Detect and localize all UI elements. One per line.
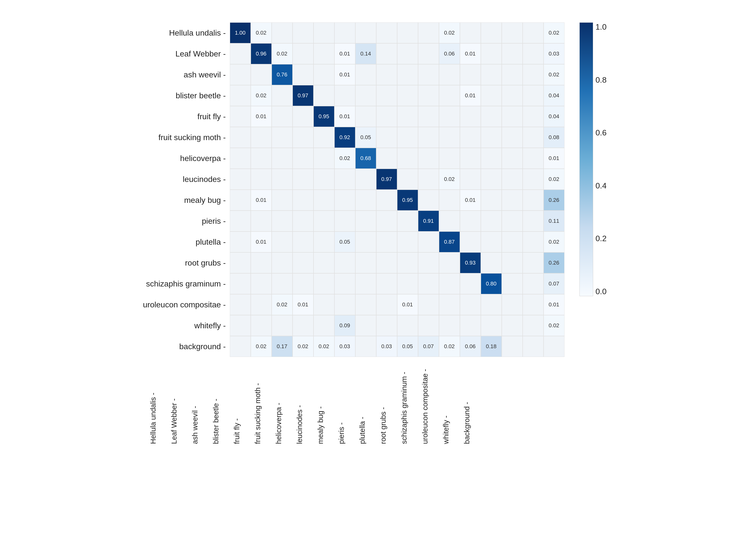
cell-13-6: [355, 294, 376, 315]
x-label-4: fruit fly -: [227, 358, 248, 444]
cell-15-1: 0.02: [251, 336, 272, 357]
cell-5-3: [292, 127, 313, 148]
cell-2-8: [397, 64, 418, 85]
x-label-14: whitefly -: [436, 358, 457, 444]
cell-13-9: [418, 294, 439, 315]
cell-10-11: [460, 232, 481, 252]
cell-13-14: [523, 294, 544, 315]
cell-11-9: [418, 252, 439, 273]
cell-1-13: [502, 43, 523, 64]
colorbar-with-labels: 1.00.80.60.40.20.0: [579, 22, 607, 296]
cell-6-3: [292, 148, 313, 169]
cell-1-10: 0.06: [439, 43, 460, 64]
cell-7-5: [334, 169, 355, 190]
x-label-text-10: plutella -: [358, 359, 366, 444]
cell-9-7: [376, 211, 397, 232]
cell-3-5: [334, 85, 355, 106]
cell-3-14: [523, 85, 544, 106]
cell-4-3: [292, 106, 313, 127]
cell-1-5: 0.01: [334, 43, 355, 64]
x-label-13: uroleucon compositae -: [415, 358, 436, 444]
cell-10-6: [355, 232, 376, 252]
y-label-5: fruit sucking moth -: [143, 127, 228, 148]
cell-11-10: [439, 252, 460, 273]
matrix-and-xaxis: Hellula undalis -Leaf Webber -ash weevil…: [143, 22, 565, 447]
cell-14-11: [460, 315, 481, 336]
y-label-12: schizaphis graminum -: [143, 273, 228, 294]
cell-1-9: [418, 43, 439, 64]
cell-3-3: 0.97: [292, 85, 313, 106]
cell-5-10: [439, 127, 460, 148]
cell-1-3: [292, 43, 313, 64]
cell-6-15: 0.01: [544, 148, 565, 169]
cell-5-6: 0.05: [355, 127, 376, 148]
cell-3-15: 0.04: [544, 85, 565, 106]
cell-7-0: [230, 169, 251, 190]
x-label-text-7: leucinodes -: [295, 359, 304, 444]
cell-11-6: [355, 252, 376, 273]
cell-2-4: [313, 64, 334, 85]
matrix-row: 0.020.010.010.01: [230, 294, 565, 315]
cell-10-0: [230, 232, 251, 252]
cell-9-9: 0.91: [418, 211, 439, 232]
x-label-3: blister beetle -: [206, 358, 227, 444]
x-label-text-14: whitefly -: [442, 359, 450, 444]
cell-14-6: [355, 315, 376, 336]
cell-12-11: [460, 273, 481, 294]
cell-13-1: [251, 294, 272, 315]
cell-4-0: [230, 106, 251, 127]
cell-5-1: [251, 127, 272, 148]
cell-6-14: [523, 148, 544, 169]
cell-15-7: 0.03: [376, 336, 397, 357]
cell-6-1: [251, 148, 272, 169]
cell-1-4: [313, 43, 334, 64]
cell-3-12: [481, 85, 502, 106]
cell-11-2: [272, 252, 292, 273]
cell-0-1: 0.02: [251, 22, 272, 43]
cell-3-1: 0.02: [251, 85, 272, 106]
cell-1-12: [481, 43, 502, 64]
cell-12-10: [439, 273, 460, 294]
cell-4-9: [418, 106, 439, 127]
cell-4-10: [439, 106, 460, 127]
y-label-3: blister beetle -: [143, 85, 228, 106]
cell-5-15: 0.08: [544, 127, 565, 148]
cell-1-11: 0.01: [460, 43, 481, 64]
cell-0-13: [502, 22, 523, 43]
cell-1-14: [523, 43, 544, 64]
cell-12-2: [272, 273, 292, 294]
cell-8-6: [355, 190, 376, 211]
cell-2-14: [523, 64, 544, 85]
matrix-row: 0.970.020.02: [230, 169, 565, 190]
cell-9-8: [397, 211, 418, 232]
y-label-9: pieris -: [143, 211, 228, 232]
cell-14-15: 0.02: [544, 315, 565, 336]
x-label-0: Hellula undalis -: [143, 358, 164, 444]
y-label-6: helicoverpa -: [143, 148, 228, 169]
cell-12-8: [397, 273, 418, 294]
cell-13-15: 0.01: [544, 294, 565, 315]
cell-5-12: [481, 127, 502, 148]
cell-10-7: [376, 232, 397, 252]
cell-13-2: 0.02: [272, 294, 292, 315]
cell-9-14: [523, 211, 544, 232]
matrix-row: 0.090.02: [230, 315, 565, 336]
cell-14-13: [502, 315, 523, 336]
cell-10-15: 0.02: [544, 232, 565, 252]
cell-8-3: [292, 190, 313, 211]
cell-2-9: [418, 64, 439, 85]
cell-8-2: [272, 190, 292, 211]
cell-3-11: 0.01: [460, 85, 481, 106]
cell-15-9: 0.07: [418, 336, 439, 357]
cell-14-8: [397, 315, 418, 336]
cell-2-6: [355, 64, 376, 85]
y-label-2: ash weevil -: [143, 64, 228, 85]
cell-7-8: [397, 169, 418, 190]
cell-12-15: 0.07: [544, 273, 565, 294]
cell-3-10: [439, 85, 460, 106]
cell-5-8: [397, 127, 418, 148]
cell-7-7: 0.97: [376, 169, 397, 190]
cell-14-1: [251, 315, 272, 336]
cell-2-3: [292, 64, 313, 85]
cell-10-10: 0.87: [439, 232, 460, 252]
